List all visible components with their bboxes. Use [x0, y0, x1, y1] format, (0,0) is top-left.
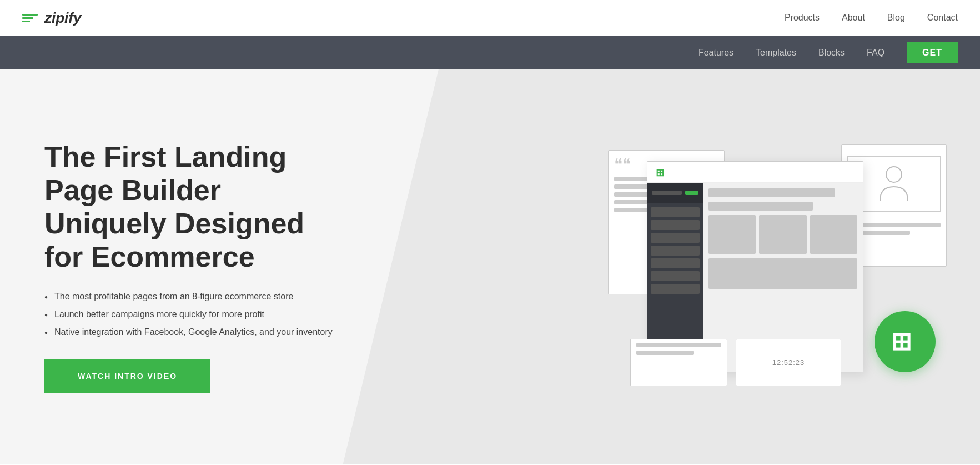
- hero-content: The First Landing Page Builder Uniquely …: [0, 96, 389, 437]
- sidebar-item: [651, 207, 700, 217]
- hero-illustration: ❝❝ ⊞: [602, 139, 947, 394]
- nav-link-contact[interactable]: Contact: [927, 13, 958, 23]
- hero-title: The First Landing Page Builder Uniquely …: [44, 141, 344, 273]
- app-logo-icon: ⊞: [654, 165, 669, 179]
- sidebar-item: [651, 258, 700, 268]
- logo[interactable]: zipify: [22, 9, 81, 27]
- svg-text:⊞: ⊞: [891, 328, 912, 355]
- sidebar-item: [651, 246, 700, 256]
- nav-link-about[interactable]: About: [842, 13, 865, 23]
- sec-nav-blocks[interactable]: Blocks: [818, 48, 845, 58]
- get-button[interactable]: GET: [907, 42, 958, 63]
- sidebar-item: [651, 271, 700, 281]
- svg-text:⊞: ⊞: [656, 167, 664, 178]
- circle-logo-icon: ⊞: [888, 327, 922, 357]
- person-icon: [877, 164, 911, 203]
- sec-nav-features[interactable]: Features: [698, 48, 733, 58]
- nav-link-products[interactable]: Products: [785, 13, 820, 23]
- app-card-header: ⊞: [647, 162, 863, 183]
- sidebar-items: [647, 203, 703, 298]
- app-sidebar-header: [647, 183, 703, 203]
- content-cols: [708, 215, 857, 254]
- hero-bullets: The most profitable pages from an 8-figu…: [44, 292, 344, 337]
- hero-bullet-3: Native integration with Facebook, Google…: [44, 327, 344, 337]
- svg-point-0: [886, 167, 902, 182]
- sidebar-item: [651, 220, 700, 230]
- sidebar-item: [651, 233, 700, 243]
- top-nav-links: Products About Blog Contact: [785, 13, 958, 23]
- hero-bullet-2: Launch better campaigns more quickly for…: [44, 309, 344, 319]
- hero-section: The First Landing Page Builder Uniquely …: [0, 69, 980, 464]
- logo-text: zipify: [44, 9, 81, 27]
- time-display: 12:52:23: [736, 339, 841, 386]
- sidebar-item: [651, 284, 700, 294]
- watch-video-button[interactable]: WATCH INTRO VIDEO: [44, 359, 210, 393]
- wireframe-card-bottom-left: [630, 339, 727, 386]
- secondary-navigation: Features Templates Blocks FAQ GET: [0, 36, 980, 69]
- sec-nav-templates[interactable]: Templates: [756, 48, 796, 58]
- top-navigation: zipify Products About Blog Contact: [0, 0, 980, 36]
- green-circle-logo: ⊞: [875, 311, 936, 372]
- wireframe-card-time: 12:52:23: [736, 339, 841, 386]
- hero-bullet-1: The most profitable pages from an 8-figu…: [44, 292, 344, 302]
- sec-nav-faq[interactable]: FAQ: [867, 48, 884, 58]
- nav-link-blog[interactable]: Blog: [887, 13, 905, 23]
- logo-lines-icon: [22, 14, 38, 22]
